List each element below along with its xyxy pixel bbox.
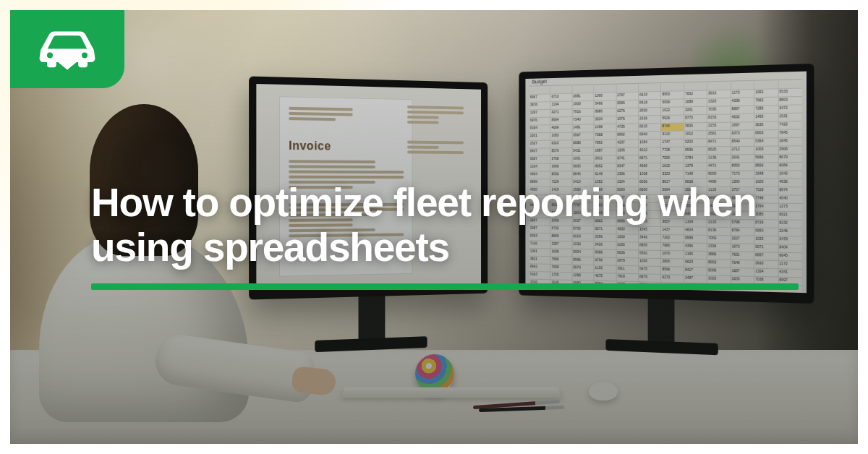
invoice-title: Invoice: [289, 139, 404, 153]
svg-point-1: [82, 52, 88, 58]
headline-underline: [91, 283, 799, 290]
car-icon: [33, 25, 102, 74]
brand-badge: [10, 10, 124, 88]
svg-point-0: [47, 52, 53, 58]
keyboard: [341, 387, 561, 398]
blog-hero-banner: Invoice: [0, 0, 868, 454]
mouse: [589, 382, 618, 401]
invoice-meta: [407, 103, 464, 156]
hero-headline: How to optimize fleet reporting when usi…: [91, 181, 807, 270]
